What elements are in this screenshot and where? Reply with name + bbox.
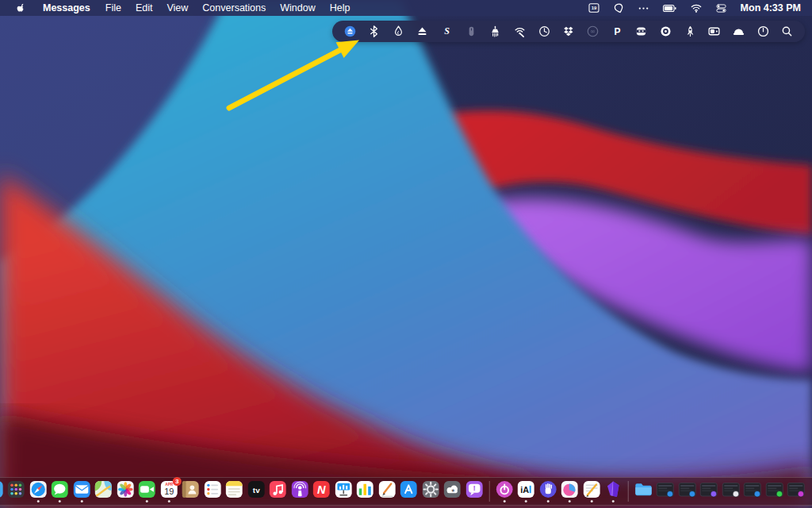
dock-icon-app-store[interactable] <box>398 479 419 503</box>
wallpaper <box>0 0 812 508</box>
wifi-icon[interactable] <box>686 0 707 16</box>
dock-icon-news[interactable]: N <box>311 479 331 503</box>
running-indicator <box>590 500 592 502</box>
running-indicator <box>59 500 61 502</box>
dock-icon-keynote[interactable] <box>333 479 354 503</box>
dock-icon-tv[interactable]: tv <box>246 479 266 503</box>
bluetooth-icon[interactable] <box>367 25 381 39</box>
dock-icon-contacts[interactable] <box>180 479 201 503</box>
brush-icon[interactable] <box>488 25 503 39</box>
dock-icon-maps[interactable] <box>93 479 113 503</box>
dock-icon-obsidian[interactable] <box>603 479 623 503</box>
running-indicator <box>503 500 505 502</box>
apple-menu[interactable] <box>8 0 35 16</box>
running-indicator <box>569 500 571 502</box>
running-indicator <box>546 500 549 502</box>
window-sidebar-icon[interactable] <box>707 25 722 39</box>
svg-text:!: ! <box>473 483 475 492</box>
rocket-icon[interactable] <box>683 25 697 39</box>
menu-window[interactable]: Window <box>273 0 322 16</box>
battery-icon[interactable] <box>658 0 681 16</box>
menu-edit[interactable]: Edit <box>128 0 160 16</box>
search-icon[interactable] <box>780 25 795 39</box>
dock-icon-launchpad[interactable] <box>6 479 26 503</box>
calendar-date-icon[interactable]: 19 <box>584 0 604 16</box>
clock-icon[interactable] <box>537 25 551 39</box>
dock-icon-calendar[interactable]: APR193 <box>159 479 179 503</box>
menu-extras-panel: S∞P <box>332 21 805 42</box>
menu-help[interactable]: Help <box>323 0 358 16</box>
dock-icon-notepad-pencil-app[interactable] <box>581 479 602 503</box>
running-indicator <box>167 500 170 502</box>
dock-icon-minimized-window-4[interactable] <box>720 479 741 503</box>
dock-icon-minimized-window-6[interactable] <box>764 479 784 503</box>
svg-text:iA: iA <box>520 485 529 495</box>
running-indicator <box>80 500 82 502</box>
eject-icon[interactable] <box>416 25 430 39</box>
dock-icon-finder[interactable] <box>0 479 5 503</box>
helmet-icon[interactable] <box>732 25 746 39</box>
s-logo-icon[interactable]: S <box>440 25 454 39</box>
dock-icon-ia-writer[interactable]: iA <box>515 479 536 503</box>
dock-icon-music[interactable] <box>267 479 288 503</box>
menu-bar-status-area: 19Mon 4:33 PM <box>584 0 812 16</box>
dock-icon-reminders[interactable] <box>202 479 223 503</box>
dock-icon-messages[interactable] <box>49 479 70 503</box>
running-indicator <box>146 500 148 502</box>
svg-text:19: 19 <box>164 487 174 496</box>
running-indicator <box>525 500 527 502</box>
svg-text:S: S <box>444 25 450 37</box>
p-logo-icon[interactable]: P <box>610 25 624 39</box>
menu-file[interactable]: File <box>98 0 128 16</box>
dock-separator <box>488 481 489 502</box>
dock-icon-pie-chart-app[interactable] <box>559 479 580 503</box>
dock-icon-minimized-window-5[interactable] <box>742 479 763 503</box>
dock-icon-minimized-window-1[interactable] <box>655 479 676 503</box>
mouse-icon[interactable] <box>464 25 478 39</box>
fantastical-icon[interactable] <box>609 0 629 16</box>
ninja-face-icon[interactable] <box>634 25 649 39</box>
svg-text:∞: ∞ <box>590 28 595 35</box>
dock-icon-hand-mirror-app[interactable] <box>538 479 558 503</box>
menu-bar-clock[interactable]: Mon 4:33 PM <box>736 2 804 13</box>
dock-icon-photos[interactable] <box>115 479 136 503</box>
dock-icon-notes[interactable] <box>224 479 244 503</box>
dock-icon-safari[interactable] <box>28 479 48 503</box>
dock-icon-minimized-window-2[interactable] <box>676 479 697 503</box>
dock-icon-downloads-folder[interactable] <box>633 479 653 503</box>
desktop: Messages FileEditViewConversationsWindow… <box>0 0 812 508</box>
dock-icon-minimized-window-7[interactable] <box>786 479 806 503</box>
app-menu-title[interactable]: Messages <box>35 2 98 13</box>
menu-bar: Messages FileEditViewConversationsWindow… <box>0 0 812 16</box>
dock: APR193tvN★!iA <box>0 477 812 506</box>
menu-conversations[interactable]: Conversations <box>195 0 273 16</box>
more-ellipsis-icon[interactable] <box>634 0 653 16</box>
dock-icon-mail[interactable] <box>71 479 92 503</box>
dock-icon-system-preferences[interactable] <box>420 479 441 503</box>
dock-icon-numbers[interactable] <box>354 479 375 503</box>
dropbox-icon[interactable] <box>561 25 576 39</box>
control-center-icon[interactable] <box>711 0 731 16</box>
adobe-cc-icon[interactable]: ∞ <box>586 25 600 39</box>
dock-icon-chat-exclaim-app[interactable]: ! <box>464 479 485 503</box>
menu-bar-left: Messages FileEditViewConversationsWindow… <box>0 0 357 16</box>
dock-icon-cloud-star-app[interactable]: ★ <box>442 479 462 503</box>
dock-icon-power-pink-app[interactable] <box>494 479 515 503</box>
svg-text:tv: tv <box>252 486 259 495</box>
running-indicator <box>612 500 615 502</box>
lens-icon[interactable] <box>659 25 673 39</box>
svg-text:N: N <box>317 483 326 496</box>
dock-icon-pages[interactable] <box>377 479 397 503</box>
dock-icon-podcasts[interactable] <box>289 479 310 503</box>
dock-icon-minimized-window-3[interactable] <box>699 479 719 503</box>
svg-text:19: 19 <box>591 6 596 10</box>
svg-text:★: ★ <box>450 487 455 493</box>
dock-icon-facetime[interactable] <box>136 479 157 503</box>
eject-app-icon[interactable] <box>343 25 357 39</box>
flame-icon[interactable] <box>391 25 405 39</box>
wifi-scanner-icon[interactable] <box>513 25 527 39</box>
menu-view[interactable]: View <box>159 0 195 16</box>
power-ring-icon[interactable] <box>756 25 770 39</box>
dock-icon-trash[interactable] <box>807 479 812 503</box>
svg-text:P: P <box>614 26 620 37</box>
